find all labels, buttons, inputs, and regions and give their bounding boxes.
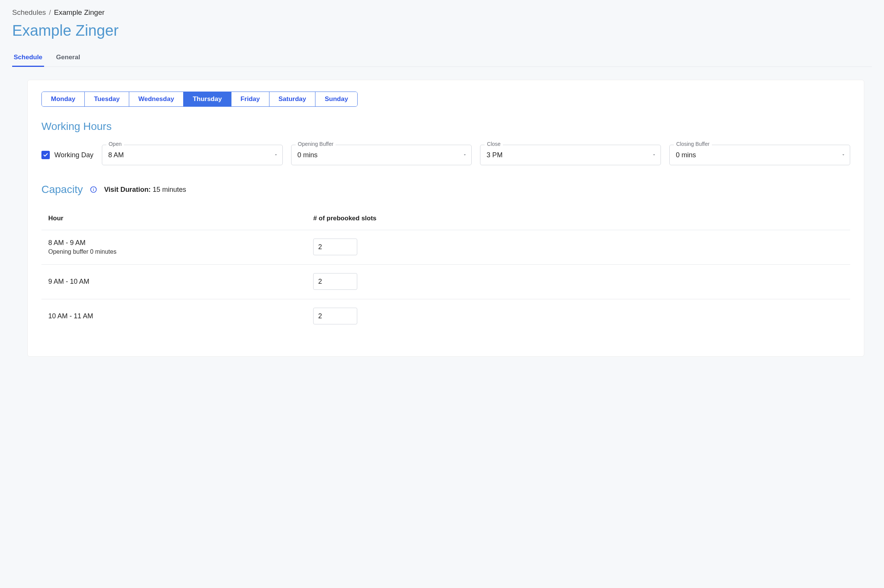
visit-duration: Visit Duration: 15 minutes [104, 186, 186, 194]
visit-duration-value: 15 minutes [153, 186, 186, 193]
working-day-checkbox[interactable] [41, 151, 50, 159]
close-value: 3 PM [486, 151, 502, 159]
chevron-down-icon [463, 151, 467, 159]
day-tab-saturday[interactable]: Saturday [269, 92, 316, 106]
opening-buffer-value: 0 mins [298, 151, 318, 159]
day-tab-tuesday[interactable]: Tuesday [85, 92, 129, 106]
capacity-table: Hour # of prebooked slots 8 AM - 9 AM Op… [41, 209, 850, 334]
day-tabs: Monday Tuesday Wednesday Thursday Friday… [41, 92, 358, 107]
page-title: Example Zinger [12, 22, 872, 39]
day-tab-thursday[interactable]: Thursday [184, 92, 231, 106]
close-select[interactable]: 3 PM [480, 145, 661, 165]
working-hours-row: Working Day Open 8 AM Opening Buffer 0 m… [41, 145, 850, 165]
open-value: 8 AM [108, 151, 124, 159]
table-row: 10 AM - 11 AM [41, 299, 850, 334]
col-slots: # of prebooked slots [313, 215, 843, 222]
close-label: Close [485, 141, 503, 147]
visit-duration-label: Visit Duration: [104, 186, 151, 193]
check-icon [43, 152, 48, 158]
open-select[interactable]: 8 AM [102, 145, 283, 165]
opening-buffer-select[interactable]: 0 mins [291, 145, 472, 165]
close-field: Close 3 PM [480, 145, 661, 165]
hour-sub: Opening buffer 0 minutes [48, 248, 313, 255]
schedule-card: Monday Tuesday Wednesday Thursday Friday… [27, 80, 864, 357]
open-label: Open [106, 141, 124, 147]
closing-buffer-select[interactable]: 0 mins [669, 145, 850, 165]
tab-general[interactable]: General [55, 51, 82, 67]
day-tab-monday[interactable]: Monday [42, 92, 85, 106]
breadcrumb-root-link[interactable]: Schedules [12, 8, 46, 17]
breadcrumb: Schedules / Example Zinger [12, 8, 872, 17]
chevron-down-icon [652, 151, 656, 159]
capacity-head-row: Capacity Visit Duration: 15 minutes [41, 183, 850, 196]
table-row: 8 AM - 9 AM Opening buffer 0 minutes [41, 230, 850, 265]
content-tabs: Schedule General [12, 51, 872, 67]
hour-range: 9 AM - 10 AM [48, 278, 313, 286]
tab-schedule[interactable]: Schedule [12, 51, 44, 67]
chevron-down-icon [274, 151, 278, 159]
day-tab-wednesday[interactable]: Wednesday [129, 92, 184, 106]
capacity-heading: Capacity [41, 183, 83, 196]
svg-point-2 [93, 188, 94, 189]
chevron-down-icon [841, 151, 846, 159]
closing-buffer-value: 0 mins [676, 151, 696, 159]
table-row: 9 AM - 10 AM [41, 265, 850, 299]
working-hours-heading: Working Hours [41, 120, 850, 133]
hour-range: 10 AM - 11 AM [48, 312, 313, 320]
closing-buffer-label: Closing Buffer [674, 141, 712, 147]
slots-input[interactable] [313, 308, 357, 324]
info-icon[interactable] [90, 186, 97, 193]
slots-input[interactable] [313, 273, 357, 290]
day-tab-friday[interactable]: Friday [231, 92, 269, 106]
capacity-table-header: Hour # of prebooked slots [41, 209, 850, 230]
day-tab-sunday[interactable]: Sunday [315, 92, 357, 106]
slots-input[interactable] [313, 239, 357, 255]
hour-range: 8 AM - 9 AM [48, 239, 313, 247]
col-hour: Hour [48, 215, 313, 222]
breadcrumb-current: Example Zinger [54, 8, 105, 17]
breadcrumb-separator: / [49, 8, 51, 17]
opening-buffer-label: Opening Buffer [296, 141, 336, 147]
working-day-label: Working Day [54, 151, 93, 159]
closing-buffer-field: Closing Buffer 0 mins [669, 145, 850, 165]
open-field: Open 8 AM [102, 145, 283, 165]
opening-buffer-field: Opening Buffer 0 mins [291, 145, 472, 165]
